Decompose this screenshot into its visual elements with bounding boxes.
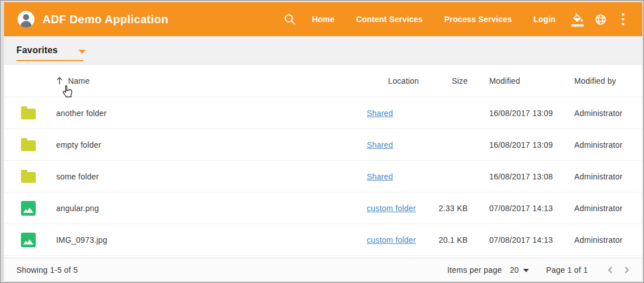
modified-date: 16/08/2017 13:09 — [489, 109, 574, 118]
sort-ascending-icon — [56, 76, 63, 85]
column-header-size[interactable]: Size — [423, 76, 468, 85]
modified-by: Administrator — [574, 140, 629, 149]
column-header-modified[interactable]: Modified — [489, 76, 574, 85]
nav-home[interactable]: Home — [301, 9, 345, 29]
user-avatar — [18, 11, 35, 28]
location-cell: Shared — [367, 172, 423, 181]
chevron-left-icon — [606, 265, 615, 275]
file-name[interactable]: IMG_0973.jpg — [56, 235, 367, 245]
modified-date: 16/08/2017 13:08 — [489, 172, 574, 181]
location-cell: Shared — [367, 140, 423, 149]
nav-content-services[interactable]: Content Services — [345, 9, 434, 29]
folder-icon — [21, 109, 36, 119]
table-body: another folder Shared 16/08/2017 13:09 A… — [4, 97, 642, 256]
folder-icon — [21, 140, 36, 151]
window-frame: ADF Demo Application Home Content Servic… — [0, 0, 644, 283]
location-cell: Shared — [367, 109, 423, 118]
table-row[interactable]: empty folder Shared 16/08/2017 13:09 Adm… — [4, 129, 642, 161]
image-icon — [21, 233, 36, 247]
location-link[interactable]: Shared — [367, 109, 393, 118]
file-type-cell — [21, 106, 56, 119]
location-cell: custom folder — [367, 235, 423, 245]
location-cell: custom folder — [367, 204, 423, 213]
tab-dropdown-caret[interactable] — [79, 50, 86, 54]
modified-date: 07/08/2017 14:13 — [489, 204, 574, 213]
app-title: ADF Demo Application — [43, 13, 168, 26]
file-name[interactable]: another folder — [56, 109, 367, 118]
more-vert-icon — [621, 12, 625, 26]
table-row[interactable]: some folder Shared 16/08/2017 13:08 Admi… — [4, 161, 642, 192]
previous-page-button[interactable] — [603, 262, 618, 278]
location-link[interactable]: custom folder — [367, 204, 416, 213]
items-per-page-label: Items per page — [447, 265, 502, 275]
file-type-cell — [21, 201, 56, 216]
items-per-page-caret-icon — [523, 269, 529, 272]
location-link[interactable]: custom folder — [367, 235, 416, 245]
column-header-name-label: Name — [68, 76, 90, 85]
view-tabbar: Favorites — [4, 36, 642, 65]
file-name[interactable]: empty folder — [56, 140, 367, 149]
items-per-page-value: 20 — [510, 265, 519, 275]
next-page-button[interactable] — [618, 262, 634, 278]
modified-date: 07/08/2017 14:13 — [489, 235, 574, 245]
file-type-cell — [21, 170, 56, 183]
paint-bucket-icon — [571, 12, 584, 24]
globe-icon — [594, 13, 607, 26]
favorites-tab[interactable]: Favorites — [16, 36, 83, 65]
person-icon — [18, 11, 35, 28]
modified-by: Administrator — [574, 172, 629, 181]
nav-login[interactable]: Login — [523, 9, 566, 29]
showing-range-label: Showing 1-5 of 5 — [16, 265, 78, 275]
language-button[interactable] — [589, 8, 612, 31]
image-icon — [21, 201, 36, 216]
theme-picker-button[interactable] — [566, 8, 589, 31]
modified-date: 16/08/2017 13:09 — [489, 140, 574, 149]
adf-app: ADF Demo Application Home Content Servic… — [4, 2, 642, 281]
modified-by: Administrator — [574, 235, 629, 245]
search-button[interactable] — [278, 8, 301, 31]
table-header-row: Name Location Size Modified Modified by — [4, 65, 642, 97]
modified-by: Administrator — [574, 204, 629, 213]
column-header-modified-by[interactable]: Modified by — [574, 76, 629, 85]
page-range-label: Page 1 of 1 — [546, 265, 588, 275]
file-name[interactable]: some folder — [56, 172, 367, 181]
table-row[interactable]: IMG_0973.jpg custom folder 20.1 KB 07/08… — [4, 224, 642, 256]
nav-process-services[interactable]: Process Services — [434, 9, 523, 29]
pagination-bar: Showing 1-5 of 5 Items per page 20 Page … — [4, 258, 642, 281]
file-type-cell — [21, 138, 56, 151]
theme-color-bar — [571, 24, 584, 27]
more-options-button[interactable] — [612, 8, 634, 31]
table-row[interactable]: angular.png custom folder 2.33 KB 07/08/… — [4, 192, 642, 224]
main-nav: Home Content Services Process Services L… — [301, 9, 566, 29]
items-per-page-select[interactable]: Items per page 20 — [447, 265, 529, 275]
column-header-name[interactable]: Name — [56, 76, 367, 85]
file-size: 2.33 KB — [423, 204, 468, 213]
favorites-tab-label: Favorites — [16, 45, 58, 55]
location-link[interactable]: Shared — [367, 172, 393, 181]
chevron-right-icon — [622, 265, 631, 275]
document-list: Name Location Size Modified Modified by … — [4, 65, 642, 258]
folder-icon — [21, 172, 36, 183]
file-name[interactable]: angular.png — [56, 204, 367, 213]
table-row[interactable]: another folder Shared 16/08/2017 13:09 A… — [4, 97, 642, 129]
app-header: ADF Demo Application Home Content Servic… — [4, 2, 642, 36]
location-link[interactable]: Shared — [367, 140, 393, 149]
file-type-cell — [21, 233, 56, 247]
file-size: 20.1 KB — [423, 235, 468, 245]
search-icon — [283, 13, 296, 25]
column-header-location[interactable]: Location — [367, 76, 423, 85]
modified-by: Administrator — [574, 109, 629, 118]
